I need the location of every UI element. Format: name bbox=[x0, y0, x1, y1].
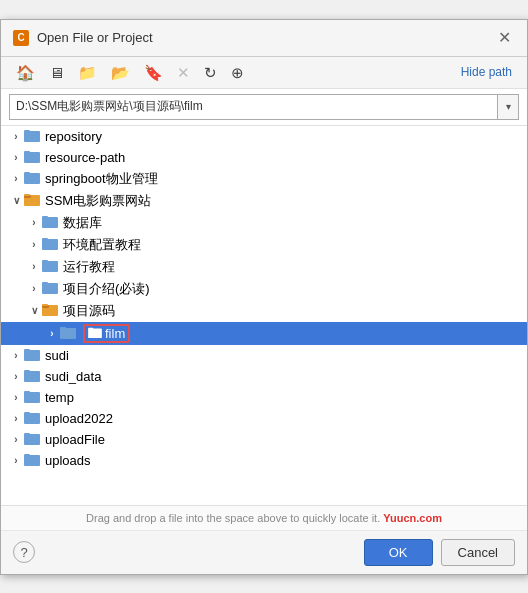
folder-open-button[interactable]: 📂 bbox=[106, 62, 135, 83]
svg-rect-16 bbox=[42, 282, 48, 284]
folder-new-button[interactable]: 📁 bbox=[73, 62, 102, 83]
folder-icon bbox=[41, 236, 59, 253]
expand-arrow-icon: › bbox=[9, 131, 23, 142]
expand-arrow-icon: › bbox=[27, 261, 41, 272]
refresh-button[interactable]: ↻ bbox=[199, 62, 222, 83]
selected-highlight-box: film bbox=[83, 324, 130, 343]
tree-item[interactable]: ›sudi_data bbox=[1, 366, 527, 387]
expand-arrow-icon: › bbox=[27, 283, 41, 294]
inner-folder-icon bbox=[88, 326, 102, 341]
folder-icon bbox=[23, 170, 41, 187]
tree-item[interactable]: ›项目介绍(必读) bbox=[1, 278, 527, 300]
tree-item-label: springboot物业管理 bbox=[45, 170, 158, 188]
tree-item-label: sudi_data bbox=[45, 369, 101, 384]
folder-icon bbox=[59, 325, 77, 342]
watermark: Yuucn.com bbox=[383, 512, 442, 524]
tree-item-label: uploads bbox=[45, 453, 91, 468]
tree-item-label: 项目源码 bbox=[63, 302, 115, 320]
file-tree[interactable]: ›repository›resource-path›springboot物业管理… bbox=[1, 126, 527, 506]
tree-item-label: 运行教程 bbox=[63, 258, 115, 276]
svg-rect-30 bbox=[24, 413, 40, 424]
svg-rect-11 bbox=[42, 239, 58, 250]
svg-rect-13 bbox=[42, 261, 58, 272]
title-bar-left: C Open File or Project bbox=[13, 30, 153, 46]
folder-icon bbox=[41, 214, 59, 231]
tree-item[interactable]: ›数据库 bbox=[1, 212, 527, 234]
open-file-dialog: C Open File or Project ✕ 🏠 🖥 📁 📂 🔖 ✕ ↻ ⊕… bbox=[0, 19, 528, 575]
tree-item-label: repository bbox=[45, 129, 102, 144]
tree-item-label: 环境配置教程 bbox=[63, 236, 141, 254]
toolbar-buttons: 🏠 🖥 📁 📂 🔖 ✕ ↻ ⊕ bbox=[11, 62, 249, 83]
path-input[interactable] bbox=[9, 94, 497, 120]
tree-item[interactable]: ›springboot物业管理 bbox=[1, 168, 527, 190]
expand-arrow-icon: › bbox=[9, 434, 23, 445]
svg-rect-21 bbox=[60, 327, 66, 329]
tree-item[interactable]: ∨SSM电影购票网站 bbox=[1, 190, 527, 212]
folder-icon bbox=[23, 192, 41, 209]
svg-rect-10 bbox=[42, 216, 48, 218]
close-button[interactable]: ✕ bbox=[494, 28, 515, 48]
desktop-button[interactable]: 🖥 bbox=[44, 62, 69, 83]
expand-arrow-icon: › bbox=[27, 217, 41, 228]
tree-item[interactable]: ›film bbox=[1, 322, 527, 345]
folder-icon bbox=[41, 280, 59, 297]
network-button[interactable]: ⊕ bbox=[226, 62, 249, 83]
svg-rect-25 bbox=[24, 349, 30, 351]
svg-rect-12 bbox=[42, 238, 48, 240]
svg-rect-1 bbox=[24, 130, 30, 132]
expand-arrow-icon: › bbox=[45, 328, 59, 339]
tree-item[interactable]: ›repository bbox=[1, 126, 527, 147]
tree-item[interactable]: ›运行教程 bbox=[1, 256, 527, 278]
bookmark-button[interactable]: 🔖 bbox=[139, 62, 168, 83]
expand-arrow-icon: › bbox=[9, 152, 23, 163]
folder-icon bbox=[23, 347, 41, 364]
tree-item-label: sudi bbox=[45, 348, 69, 363]
folder-icon bbox=[23, 149, 41, 166]
cancel-button[interactable]: Cancel bbox=[441, 539, 515, 566]
svg-rect-22 bbox=[88, 328, 102, 337]
folder-icon bbox=[23, 368, 41, 385]
delete-button[interactable]: ✕ bbox=[172, 62, 195, 83]
svg-rect-0 bbox=[24, 131, 40, 142]
svg-rect-8 bbox=[24, 194, 30, 196]
tree-item[interactable]: ›resource-path bbox=[1, 147, 527, 168]
tree-item-label: resource-path bbox=[45, 150, 125, 165]
app-icon: C bbox=[13, 30, 29, 46]
svg-rect-19 bbox=[42, 304, 48, 306]
help-button[interactable]: ? bbox=[13, 541, 35, 563]
folder-icon bbox=[23, 389, 41, 406]
tree-item[interactable]: ›环境配置教程 bbox=[1, 234, 527, 256]
tree-item-label: film bbox=[81, 324, 130, 343]
svg-rect-34 bbox=[24, 455, 40, 466]
svg-rect-26 bbox=[24, 371, 40, 382]
expand-arrow-icon: › bbox=[9, 371, 23, 382]
svg-rect-5 bbox=[24, 172, 30, 174]
path-dropdown-button[interactable]: ▾ bbox=[497, 94, 519, 120]
tree-item-label: 数据库 bbox=[63, 214, 102, 232]
expand-arrow-icon: › bbox=[9, 455, 23, 466]
tree-item[interactable]: ›temp bbox=[1, 387, 527, 408]
drag-hint-bar: Drag and drop a file into the space abov… bbox=[1, 506, 527, 531]
tree-item-label: uploadFile bbox=[45, 432, 105, 447]
expand-arrow-icon: › bbox=[9, 173, 23, 184]
folder-icon bbox=[23, 452, 41, 469]
svg-rect-2 bbox=[24, 152, 40, 163]
expand-arrow-icon: ∨ bbox=[27, 305, 41, 316]
ok-button[interactable]: OK bbox=[364, 539, 433, 566]
svg-rect-35 bbox=[24, 454, 30, 456]
svg-rect-20 bbox=[60, 328, 76, 339]
tree-item-label: SSM电影购票网站 bbox=[45, 192, 151, 210]
hide-path-button[interactable]: Hide path bbox=[456, 62, 517, 82]
svg-rect-27 bbox=[24, 370, 30, 372]
dialog-actions: OK Cancel bbox=[364, 539, 515, 566]
tree-item[interactable]: ›uploads bbox=[1, 450, 527, 471]
tree-item[interactable]: ›uploadFile bbox=[1, 429, 527, 450]
svg-rect-33 bbox=[24, 433, 30, 435]
tree-item[interactable]: ›sudi bbox=[1, 345, 527, 366]
svg-rect-32 bbox=[24, 434, 40, 445]
tree-item[interactable]: ∨项目源码 bbox=[1, 300, 527, 322]
home-button[interactable]: 🏠 bbox=[11, 62, 40, 83]
folder-icon bbox=[41, 258, 59, 275]
tree-item[interactable]: ›upload2022 bbox=[1, 408, 527, 429]
svg-rect-3 bbox=[24, 151, 30, 153]
